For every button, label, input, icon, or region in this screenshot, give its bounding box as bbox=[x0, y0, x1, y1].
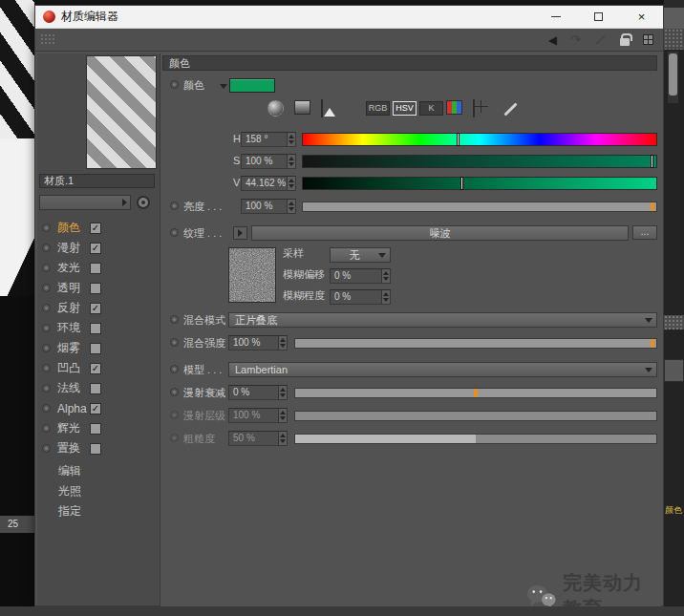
channel-row-normal[interactable]: 法线 bbox=[37, 378, 160, 398]
channel-row-reflection[interactable]: 反射 ✓ bbox=[37, 298, 160, 318]
channel-label[interactable]: Alpha bbox=[57, 402, 87, 415]
color-wheel-icon[interactable] bbox=[267, 100, 284, 117]
channel-label[interactable]: 凹凸 bbox=[57, 360, 80, 376]
channel-checkbox[interactable]: ✓ bbox=[90, 403, 101, 414]
diffuse-falloff-slider[interactable] bbox=[294, 388, 657, 398]
lock-icon[interactable] bbox=[620, 38, 630, 46]
channel-row-color[interactable]: 颜色 ✓ bbox=[37, 218, 160, 238]
channel-label[interactable]: 环境 bbox=[57, 320, 80, 336]
stepper-arrows-icon[interactable] bbox=[287, 177, 295, 190]
channel-checkbox[interactable] bbox=[90, 423, 101, 435]
diffuse-falloff-box[interactable]: 0 % bbox=[228, 385, 288, 400]
sampling-value[interactable]: 无 bbox=[331, 248, 378, 262]
close-button[interactable]: × bbox=[620, 6, 663, 28]
value-value[interactable]: 44.162 % bbox=[242, 177, 287, 190]
channel-row-bump[interactable]: 凹凸 ✓ bbox=[37, 358, 160, 378]
hue-gradient-slider[interactable] bbox=[302, 133, 657, 146]
mix-strength-slider[interactable] bbox=[294, 338, 657, 349]
window-titlebar[interactable]: 材质编辑器 × bbox=[35, 6, 663, 29]
side-tab[interactable] bbox=[664, 359, 684, 382]
mix-strength-knob[interactable] bbox=[651, 339, 654, 348]
channel-row-glow[interactable]: 辉光 bbox=[37, 418, 160, 438]
diffuse-falloff-knob[interactable] bbox=[474, 389, 478, 397]
channel-row-fog[interactable]: 烟雾 bbox=[37, 338, 160, 358]
brightness-slider-knob[interactable] bbox=[651, 202, 654, 211]
blur-offset-box[interactable]: 0 % bbox=[330, 268, 391, 284]
channel-label[interactable]: 置换 bbox=[57, 440, 80, 457]
channel-label[interactable]: 颜色 bbox=[57, 220, 80, 236]
channel-row-environment[interactable]: 环境 bbox=[37, 318, 160, 338]
scrollbar-thumb[interactable] bbox=[669, 53, 677, 96]
blur-scale-value[interactable]: 0 % bbox=[331, 290, 381, 304]
channel-label[interactable]: 发光 bbox=[57, 260, 80, 276]
channel-checkbox[interactable]: ✓ bbox=[90, 363, 101, 374]
channel-checkbox[interactable] bbox=[90, 443, 101, 455]
sampling-dropdown[interactable]: 无 bbox=[330, 247, 391, 263]
channel-label[interactable]: 透明 bbox=[57, 280, 80, 296]
brightness-slider[interactable] bbox=[302, 202, 657, 212]
channel-row-assign[interactable]: 指定 bbox=[37, 501, 160, 521]
model-value[interactable]: Lambertian bbox=[229, 363, 288, 376]
channel-row-luminance[interactable]: 发光 bbox=[37, 258, 160, 278]
mode-button-hsv[interactable]: HSV bbox=[393, 101, 417, 116]
channel-label[interactable]: 漫射 bbox=[57, 240, 80, 256]
channel-row-transparency[interactable]: 透明 bbox=[37, 278, 160, 298]
image-picker-icon[interactable] bbox=[321, 99, 323, 117]
mix-mode-value[interactable]: 正片叠底 bbox=[229, 313, 277, 327]
color-expand-arrow-icon[interactable] bbox=[220, 84, 227, 89]
channel-row-editor[interactable]: 编辑 bbox=[37, 461, 160, 481]
back-arrow-icon[interactable]: ◀ bbox=[548, 33, 557, 47]
channel-label[interactable]: 光照 bbox=[58, 483, 81, 499]
saturation-value-box[interactable]: 100 % bbox=[241, 154, 296, 169]
channel-checkbox[interactable]: ✓ bbox=[90, 243, 101, 254]
value-gradient-slider[interactable] bbox=[302, 177, 657, 190]
channel-label[interactable]: 辉光 bbox=[57, 420, 80, 436]
minimize-button[interactable] bbox=[534, 6, 577, 28]
texture-shader-name[interactable]: 噪波 bbox=[252, 226, 628, 240]
stepper-arrows-icon[interactable] bbox=[381, 290, 390, 304]
texture-more-button[interactable]: ... bbox=[632, 225, 657, 240]
channel-checkbox[interactable]: ✓ bbox=[90, 303, 101, 314]
channel-label[interactable]: 反射 bbox=[57, 300, 80, 316]
spectrum-icon[interactable] bbox=[446, 100, 462, 115]
mix-mode-dropdown[interactable]: 正片叠底 bbox=[228, 312, 657, 328]
stepper-arrows-icon[interactable] bbox=[287, 155, 295, 168]
gradient-icon[interactable] bbox=[294, 100, 310, 115]
channel-checkbox[interactable] bbox=[90, 323, 101, 334]
channel-row-illumination[interactable]: 光照 bbox=[37, 481, 160, 501]
saturation-value[interactable]: 100 % bbox=[242, 155, 287, 168]
maximize-button[interactable] bbox=[577, 6, 620, 28]
scrollbar-track[interactable] bbox=[668, 52, 678, 103]
preview-eye-icon[interactable] bbox=[137, 196, 150, 209]
color-swatch[interactable] bbox=[229, 78, 275, 93]
stepper-arrows-icon[interactable] bbox=[278, 336, 287, 350]
mix-strength-box[interactable]: 100 % bbox=[228, 335, 288, 350]
material-preview[interactable] bbox=[86, 55, 157, 169]
stepper-arrows-icon[interactable] bbox=[287, 200, 295, 213]
value-value-box[interactable]: 44.162 % bbox=[241, 176, 296, 191]
mode-button-k[interactable]: K bbox=[419, 101, 443, 116]
panel-grip-handle[interactable] bbox=[664, 315, 684, 329]
redo-arrow-icon[interactable]: ↷ bbox=[570, 32, 581, 47]
preview-shape-dropdown[interactable] bbox=[39, 195, 131, 210]
channel-checkbox[interactable] bbox=[90, 283, 101, 294]
model-dropdown[interactable]: Lambertian bbox=[228, 362, 657, 377]
stepper-arrows-icon[interactable] bbox=[287, 133, 295, 146]
hue-value[interactable]: 158 ° bbox=[242, 133, 287, 146]
new-window-icon[interactable] bbox=[643, 34, 653, 45]
channel-checkbox[interactable]: ✓ bbox=[90, 223, 101, 234]
channel-label[interactable]: 烟雾 bbox=[57, 340, 80, 356]
channel-label[interactable]: 指定 bbox=[58, 503, 81, 520]
blur-scale-box[interactable]: 0 % bbox=[330, 289, 391, 305]
channel-label[interactable]: 编辑 bbox=[58, 463, 81, 479]
channel-label[interactable]: 法线 bbox=[57, 380, 80, 396]
swatch-mixer-icon[interactable] bbox=[473, 99, 475, 117]
texture-shader-button[interactable]: 噪波 bbox=[251, 225, 629, 241]
channel-row-alpha[interactable]: Alpha ✓ bbox=[37, 398, 160, 418]
texture-expand-button[interactable] bbox=[233, 226, 247, 240]
stepper-arrows-icon[interactable] bbox=[278, 386, 287, 399]
brightness-value-box[interactable]: 100 % bbox=[241, 199, 296, 214]
toolbar-grip-handle[interactable] bbox=[40, 33, 55, 46]
diffuse-falloff-value[interactable]: 0 % bbox=[229, 386, 278, 399]
channel-row-displacement[interactable]: 置换 bbox=[37, 438, 160, 458]
